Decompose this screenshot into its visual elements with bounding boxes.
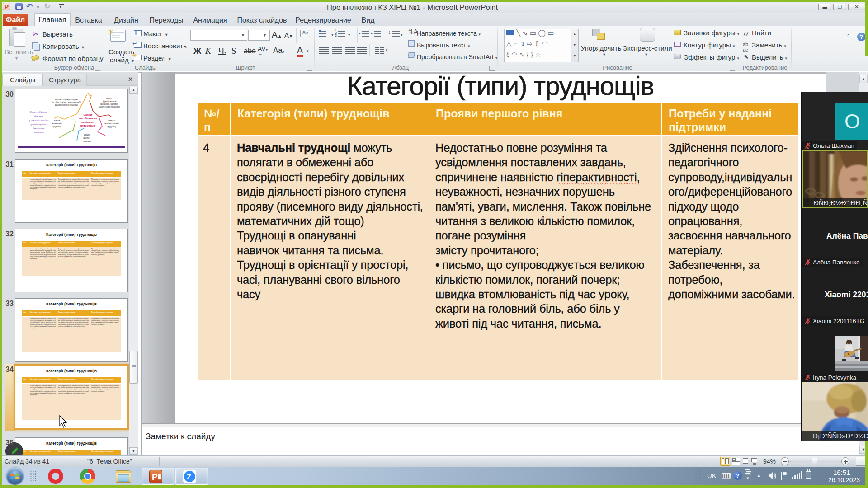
svg-text:у закладах освіти: у закладах освіти	[29, 119, 49, 122]
svg-text:організовується: організовується	[30, 123, 48, 126]
svg-text:потребами: потребами	[80, 124, 95, 127]
svg-text:мають: мають	[106, 98, 113, 100]
svg-text:мають: мають	[108, 119, 115, 122]
svg-text:освітніми: освітніми	[81, 121, 94, 123]
svg-text:соціокультурні труднощі: соціокультурні труднощі	[55, 104, 78, 106]
svg-text:(особистісні чи середовищні) і: (особистісні чи середовищні) і	[52, 101, 81, 103]
svg-text:для яких: для яких	[34, 115, 43, 117]
svg-text:мають: мають	[84, 134, 90, 136]
svg-text:фізичні: фізичні	[83, 137, 90, 139]
svg-text:мають: мають	[54, 119, 60, 122]
svg-text:інклюзивне: інклюзивне	[33, 127, 45, 130]
svg-text:Особи: Особи	[83, 113, 92, 116]
svg-text:(сенсорні, моторні,: (сенсорні, моторні,	[100, 103, 118, 105]
svg-text:навчальні: навчальні	[52, 122, 62, 125]
svg-text:функціональні: функціональні	[103, 100, 117, 103]
svg-text:з особливими: з особливими	[78, 117, 97, 120]
svg-text:інтелектуальні: інтелектуальні	[105, 122, 119, 125]
svg-text:Категорії дітей,: Категорії дітей,	[29, 111, 48, 113]
svg-text:труднощі: труднощі	[52, 126, 61, 128]
svg-text:навчання: навчання	[34, 131, 44, 134]
svg-text:труднощі: труднощі	[82, 140, 91, 142]
svg-text:мовленнєві) труднощі: мовленнєві) труднощі	[99, 106, 120, 108]
svg-text:мають соціоадаптаційні: мають соціоадаптаційні	[55, 98, 78, 101]
svg-text:труднощі: труднощі	[107, 126, 116, 128]
